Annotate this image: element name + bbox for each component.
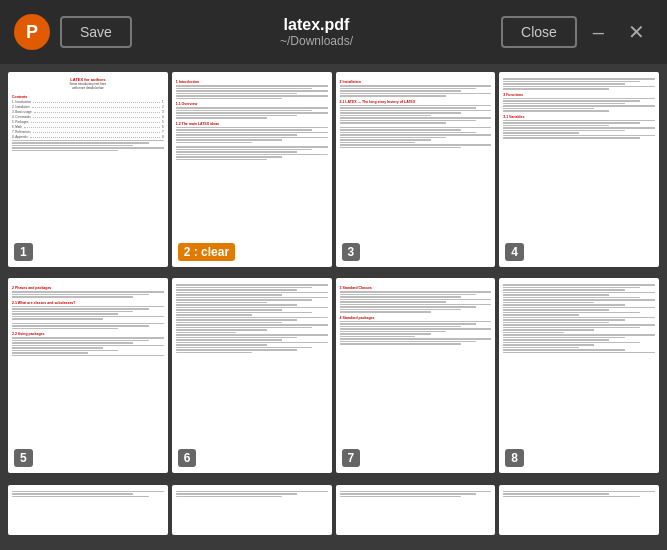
minimize-button[interactable]: –	[585, 17, 612, 48]
page-label-7: 7	[342, 449, 361, 467]
titlebar-right: Close – ✕	[501, 16, 653, 48]
titlebar-left: P Save	[14, 14, 132, 50]
app-window: P Save latex.pdf ~/Downloads/ Close – ✕ …	[0, 0, 667, 550]
page-thumbnail-11[interactable]	[336, 485, 496, 535]
page-label-1: 1	[14, 243, 33, 261]
titlebar-center: latex.pdf ~/Downloads/	[280, 16, 353, 48]
filename-label: latex.pdf	[280, 16, 353, 34]
page-label-6: 6	[178, 449, 197, 467]
page-thumbnail-9[interactable]	[8, 485, 168, 535]
close-button[interactable]: Close	[501, 16, 577, 48]
page-thumbnail-8[interactable]: 8	[499, 278, 659, 473]
page-thumbnail-1[interactable]: LATEX for authors Some introductory text…	[8, 72, 168, 267]
page-thumbnail-7[interactable]: 3 Standard Classes 4 Standard packages	[336, 278, 496, 473]
page-label-4: 4	[505, 243, 524, 261]
page-thumbnail-5[interactable]: 2 Phases and packages 2.1 What are class…	[8, 278, 168, 473]
page-thumbnail-12[interactable]	[499, 485, 659, 535]
page-thumbnail-4[interactable]: 3 Functions 3.1 Variables	[499, 72, 659, 267]
page-thumbnail-10[interactable]	[172, 485, 332, 535]
titlebar: P Save latex.pdf ~/Downloads/ Close – ✕	[0, 0, 667, 64]
app-logo: P	[14, 14, 50, 50]
page-thumbnail-3[interactable]: 2 Installation 2.1 LATEX — The long stor…	[336, 72, 496, 267]
page-thumbnail-6[interactable]: 6	[172, 278, 332, 473]
save-button[interactable]: Save	[60, 16, 132, 48]
filepath-label: ~/Downloads/	[280, 34, 353, 48]
page-label-3: 3	[342, 243, 361, 261]
close-window-button[interactable]: ✕	[620, 16, 653, 48]
thumbnail-grid: LATEX for authors Some introductory text…	[0, 64, 667, 550]
page-thumbnail-2[interactable]: 1 Introduction 1.1 Overview	[172, 72, 332, 267]
page-label-8: 8	[505, 449, 524, 467]
page-label-2: 2 : clear	[178, 243, 235, 261]
page-label-5: 5	[14, 449, 33, 467]
